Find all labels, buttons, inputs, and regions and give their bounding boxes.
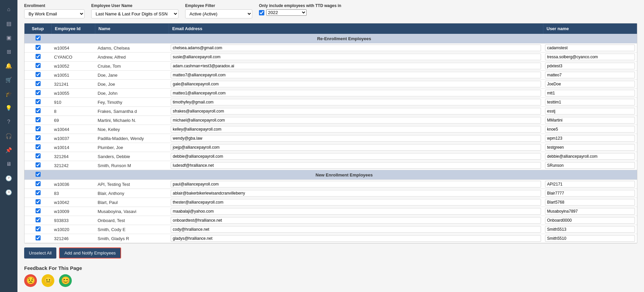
email-input[interactable] — [171, 190, 541, 197]
row-checkbox[interactable] — [36, 54, 41, 59]
username-input[interactable] — [545, 108, 635, 115]
home-icon[interactable]: ⌂ — [3, 3, 15, 15]
username-input[interactable] — [545, 153, 635, 160]
bell-icon[interactable]: 🔔 — [3, 60, 15, 72]
email-input[interactable] — [171, 144, 541, 151]
username-input[interactable] — [545, 117, 635, 124]
email-input[interactable] — [171, 117, 541, 124]
ttd-checkbox[interactable] — [259, 10, 264, 15]
employee-name-cell: Smith, Cody E — [95, 225, 169, 234]
row-checkbox[interactable] — [36, 217, 41, 222]
row-checkbox[interactable] — [36, 135, 41, 140]
unselect-all-button[interactable]: Unselect All — [24, 247, 56, 259]
email-input[interactable] — [171, 108, 541, 115]
briefcase-icon[interactable]: ▣ — [3, 31, 15, 44]
cart-icon[interactable]: 🛒 — [3, 74, 15, 86]
email-input[interactable] — [171, 54, 541, 60]
email-input[interactable] — [171, 208, 541, 215]
email-cell — [169, 207, 543, 216]
row-checkbox[interactable] — [36, 63, 41, 68]
row-checkbox[interactable] — [36, 153, 41, 158]
email-input[interactable] — [171, 181, 541, 188]
ttd-year-select[interactable]: 2022 2021 2020 — [266, 9, 307, 16]
employee-user-select[interactable]: Last Name & Last Four Digits of SSN Emai… — [91, 9, 178, 18]
clock1-icon[interactable]: 🕐 — [3, 172, 15, 184]
username-input[interactable] — [545, 162, 635, 169]
username-input[interactable] — [545, 208, 635, 215]
email-input[interactable] — [171, 90, 541, 96]
feedback-neutral-icon[interactable]: 😐 — [42, 274, 54, 287]
enrollment-select[interactable]: By Work Email By Personal Email By SSN — [24, 9, 85, 18]
chart-icon[interactable]: ▤ — [3, 17, 15, 29]
row-checkbox[interactable] — [36, 117, 41, 122]
row-checkbox[interactable] — [36, 72, 41, 77]
row-checkbox[interactable] — [36, 45, 41, 50]
email-input[interactable] — [171, 45, 541, 51]
username-input[interactable] — [545, 190, 635, 197]
username-input[interactable] — [545, 144, 635, 151]
username-input[interactable] — [545, 199, 635, 206]
employee-id-cell: w10054 — [51, 44, 95, 53]
row-checkbox-cell — [24, 198, 51, 207]
row-checkbox[interactable] — [36, 108, 41, 113]
row-checkbox[interactable] — [36, 199, 41, 204]
email-input[interactable] — [171, 135, 541, 142]
pin-icon[interactable]: 📌 — [3, 144, 15, 156]
email-input[interactable] — [171, 81, 541, 87]
row-checkbox[interactable] — [36, 235, 41, 240]
row-checkbox[interactable] — [36, 190, 41, 195]
username-cell — [543, 80, 637, 89]
add-notify-button[interactable]: Add and Notify Employees — [59, 247, 121, 259]
username-input[interactable] — [545, 181, 635, 188]
email-input[interactable] — [171, 63, 541, 69]
username-input[interactable] — [545, 226, 635, 233]
employee-id-cell: w10051 — [51, 71, 95, 80]
username-input[interactable] — [545, 63, 635, 69]
lightbulb-icon[interactable]: 💡 — [3, 102, 15, 114]
email-input[interactable] — [171, 153, 541, 160]
headset-icon[interactable]: 🎧 — [3, 130, 15, 142]
username-input[interactable] — [545, 217, 635, 224]
email-input[interactable] — [171, 72, 541, 78]
table-row: 321241Doe, Joe — [24, 80, 637, 89]
username-input[interactable] — [545, 235, 635, 242]
row-checkbox[interactable] — [36, 226, 41, 231]
graduation-icon[interactable]: 🎓 — [3, 88, 15, 100]
row-checkbox[interactable] — [36, 208, 41, 213]
row-checkbox[interactable] — [36, 90, 41, 95]
username-input[interactable] — [545, 72, 635, 78]
email-input[interactable] — [171, 235, 541, 242]
filter-row: Enrollment By Work Email By Personal Ema… — [24, 3, 637, 18]
clock2-icon[interactable]: 🕑 — [3, 186, 15, 198]
row-checkbox[interactable] — [36, 81, 41, 86]
grid-icon[interactable]: ⊞ — [3, 46, 15, 58]
email-cell — [169, 71, 543, 80]
email-input[interactable] — [171, 162, 541, 169]
row-checkbox[interactable] — [36, 126, 41, 131]
username-input[interactable] — [545, 90, 635, 96]
email-input[interactable] — [171, 199, 541, 206]
username-input[interactable] — [545, 99, 635, 105]
email-input[interactable] — [171, 217, 541, 224]
row-checkbox[interactable] — [36, 99, 41, 104]
email-input[interactable] — [171, 126, 541, 133]
help-icon[interactable]: ? — [3, 116, 15, 128]
username-input[interactable] — [545, 81, 635, 87]
email-input[interactable] — [171, 99, 541, 105]
monitor-icon[interactable]: 🖥 — [3, 158, 15, 170]
feedback-happy-icon[interactable]: 😊 — [59, 274, 72, 287]
username-input[interactable] — [545, 126, 635, 133]
row-checkbox[interactable] — [36, 144, 41, 149]
username-input[interactable] — [545, 45, 635, 51]
employee-filter-select[interactable]: Active (Active) All Inactive — [185, 9, 252, 18]
feedback-sad-icon[interactable]: 😟 — [24, 274, 37, 287]
section-select-all-checkbox[interactable] — [36, 35, 41, 41]
section-select-all-checkbox[interactable] — [36, 172, 41, 177]
row-checkbox[interactable] — [36, 181, 41, 186]
row-checkbox[interactable] — [36, 162, 41, 167]
username-input[interactable] — [545, 135, 635, 142]
username-input[interactable] — [545, 54, 635, 60]
email-input[interactable] — [171, 226, 541, 233]
email-cell — [169, 161, 543, 170]
employee-name-cell: Blair, Anthony — [95, 189, 169, 198]
